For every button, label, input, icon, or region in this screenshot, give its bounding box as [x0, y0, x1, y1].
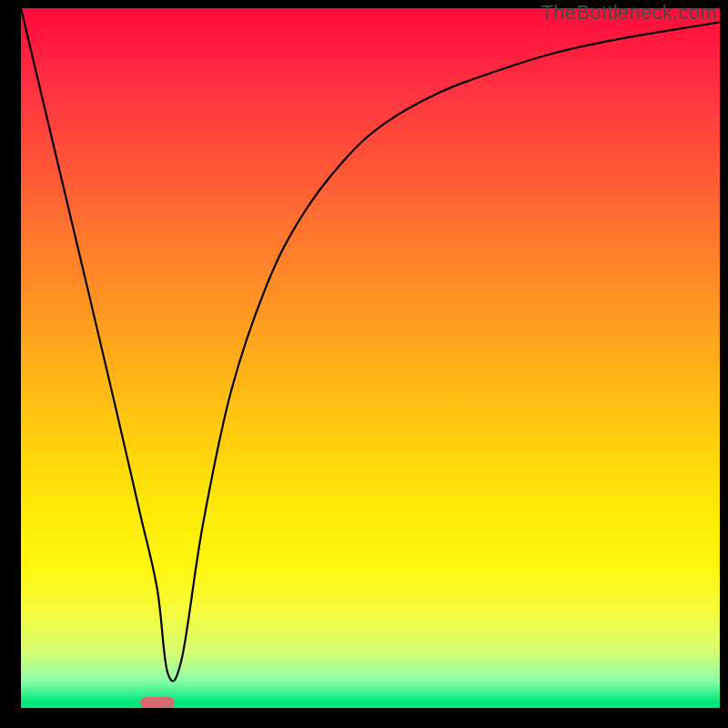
plot-area [21, 8, 720, 708]
curve-svg [21, 8, 720, 708]
curve-path [21, 8, 720, 681]
chart-frame: TheBottleneck.com [0, 0, 728, 728]
watermark-text: TheBottleneck.com [541, 1, 717, 25]
